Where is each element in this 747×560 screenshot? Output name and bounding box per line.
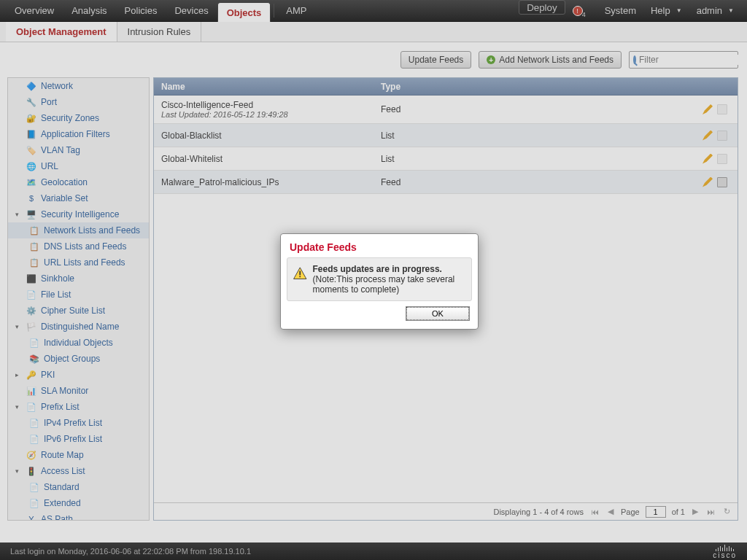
tree-icon: 📋 xyxy=(28,257,40,268)
tree-icon: 🏷️ xyxy=(26,144,37,156)
edit-icon[interactable] xyxy=(703,154,713,164)
svg-rect-1 xyxy=(299,271,301,276)
user-menu[interactable]: admin xyxy=(689,0,741,21)
pager-page-input[interactable] xyxy=(646,506,666,518)
table-row[interactable]: Cisco-Intelligence-FeedLast Updated: 201… xyxy=(154,96,738,124)
help-menu[interactable]: Help xyxy=(643,0,689,21)
tree-item-as-path[interactable]: YAS Path xyxy=(8,511,149,520)
tree-label: Individual Objects xyxy=(44,338,113,348)
tree-item-extended[interactable]: 📄Extended xyxy=(8,495,149,511)
tree-label: Variable Set xyxy=(41,193,88,203)
nav-overview[interactable]: Overview xyxy=(6,0,63,21)
tab-object-management[interactable]: Object Management xyxy=(6,22,117,42)
tree-item-vlan-tag[interactable]: 🏷️VLAN Tag xyxy=(8,142,149,158)
tree-item-standard[interactable]: 📄Standard xyxy=(8,479,149,495)
tree-item-url-lists-and-feeds[interactable]: 📋URL Lists and Feeds xyxy=(8,254,149,271)
expander-icon[interactable]: ▾ xyxy=(14,324,20,330)
tree-item-prefix-list[interactable]: ▾📄Prefix List xyxy=(8,399,149,415)
nav-amp[interactable]: AMP xyxy=(277,0,315,21)
pager-first-icon[interactable]: ⏮ xyxy=(589,508,600,516)
filter-box[interactable] xyxy=(629,51,738,69)
tree-item-application-filters[interactable]: 📘Application Filters xyxy=(8,126,149,142)
tree-item-access-list[interactable]: ▾🚦Access List xyxy=(8,463,149,479)
dialog-ok-button[interactable]: OK xyxy=(406,307,469,320)
tree-item-sla-monitor[interactable]: 📊SLA Monitor xyxy=(8,383,149,399)
tree-icon: 📄 xyxy=(26,289,37,300)
expander-icon[interactable]: ▾ xyxy=(14,468,20,475)
tree-item-security-zones[interactable]: 🔐Security Zones xyxy=(8,110,149,126)
expander-icon[interactable]: ▸ xyxy=(14,372,20,378)
pager-last-icon[interactable]: ⏭ xyxy=(705,508,716,516)
nav-analysis[interactable]: Analysis xyxy=(63,0,115,21)
pager-next-icon[interactable]: ▶ xyxy=(691,507,700,516)
nav-devices[interactable]: Devices xyxy=(166,0,217,21)
tab-intrusion-rules[interactable]: Intrusion Rules xyxy=(117,22,202,42)
tree-icon: 📋 xyxy=(28,225,40,236)
tree-item-route-map[interactable]: 🧭Route Map xyxy=(8,447,149,463)
tree-label: SLA Monitor xyxy=(41,386,88,396)
nav-objects[interactable]: Objects xyxy=(217,2,271,22)
nav-separator xyxy=(274,4,274,18)
row-subtext: Last Updated: 2016-05-12 19:49:28 xyxy=(161,110,369,119)
tree-icon: ⬛ xyxy=(26,273,37,284)
pager-of-label: of 1 xyxy=(672,508,685,516)
edit-icon[interactable] xyxy=(703,177,713,187)
tree-item-distinguished-name[interactable]: ▾🏳️Distinguished Name xyxy=(8,319,149,335)
tree-item-individual-objects[interactable]: 📄Individual Objects xyxy=(8,335,149,351)
tree-label: PKI xyxy=(41,370,55,380)
delete-icon[interactable] xyxy=(717,177,727,187)
system-menu[interactable]: System xyxy=(597,0,643,21)
tree-item-network-lists-and-feeds[interactable]: 📋Network Lists and Feeds xyxy=(8,222,149,238)
tree-icon: 🔧 xyxy=(26,96,37,108)
add-network-lists-button[interactable]: + Add Network Lists and Feeds xyxy=(479,51,622,69)
col-name[interactable]: Name xyxy=(154,82,376,92)
tree-label: Cipher Suite List xyxy=(41,306,105,316)
tree-item-cipher-suite-list[interactable]: ⚙️Cipher Suite List xyxy=(8,303,149,319)
tree-label: Network xyxy=(41,81,73,91)
deploy-button[interactable]: Deploy xyxy=(519,0,565,15)
toolbar: Update Feeds + Add Network Lists and Fee… xyxy=(400,51,738,69)
tree-item-port[interactable]: 🔧Port xyxy=(8,94,149,110)
tree-item-sinkhole[interactable]: ⬛Sinkhole xyxy=(8,271,149,287)
update-feeds-button[interactable]: Update Feeds xyxy=(400,51,471,69)
tree-item-url[interactable]: 🌐URL xyxy=(8,158,149,174)
expander-icon[interactable]: ▾ xyxy=(14,404,20,411)
row-type: Feed xyxy=(376,104,692,114)
warning-icon xyxy=(293,264,307,283)
alert-badge[interactable]: ! 4 xyxy=(565,0,597,21)
nav-policies[interactable]: Policies xyxy=(116,0,166,21)
edit-icon[interactable] xyxy=(703,104,713,114)
tree-item-ipv6-prefix-list[interactable]: 📄IPv6 Prefix List xyxy=(8,431,149,447)
last-login-text: Last login on Monday, 2016-06-06 at 22:0… xyxy=(10,547,251,556)
search-icon xyxy=(633,55,636,64)
tree-item-network[interactable]: 🔷Network xyxy=(8,78,149,94)
tree-item-variable-set[interactable]: $Variable Set xyxy=(8,190,149,206)
tree-label: Port xyxy=(41,97,57,107)
tree-label: AS Path xyxy=(41,514,73,520)
table-row[interactable]: Global-WhitelistList xyxy=(154,147,738,171)
edit-icon[interactable] xyxy=(703,131,713,141)
col-type[interactable]: Type xyxy=(376,82,692,92)
tree-label: Network Lists and Feeds xyxy=(44,225,140,236)
filter-input[interactable] xyxy=(639,55,747,65)
tree-item-object-groups[interactable]: 📚Object Groups xyxy=(8,351,149,367)
dialog-title: Update Feeds xyxy=(281,234,478,257)
pager-prev-icon[interactable]: ◀ xyxy=(606,507,615,516)
tree-icon: 📄 xyxy=(26,401,37,413)
tree-icon: 📄 xyxy=(28,337,40,349)
table-row[interactable]: Global-BlacklistList xyxy=(154,124,738,147)
tree-item-dns-lists-and-feeds[interactable]: 📋DNS Lists and Feeds xyxy=(8,238,149,254)
tree-item-ipv4-prefix-list[interactable]: 📄IPv4 Prefix List xyxy=(8,415,149,431)
tree-icon: 📊 xyxy=(26,385,37,397)
tree-label: DNS Lists and Feeds xyxy=(44,241,126,252)
row-type: List xyxy=(376,131,692,141)
object-tree[interactable]: 🔷Network 🔧Port 🔐Security Zones 📘Applicat… xyxy=(8,78,149,520)
pager-refresh-icon[interactable]: ↻ xyxy=(722,507,732,516)
table-row[interactable]: Malware_Patrol-malicious_IPsFeed xyxy=(154,171,738,194)
tree-item-file-list[interactable]: 📄File List xyxy=(8,287,149,303)
expander-icon[interactable]: ▾ xyxy=(14,211,20,218)
tree-item-security-intelligence[interactable]: ▾🖥️Security Intelligence xyxy=(8,206,149,222)
tree-item-pki[interactable]: ▸🔑PKI xyxy=(8,367,149,383)
row-name: Cisco-Intelligence-Feed xyxy=(161,100,369,110)
tree-item-geolocation[interactable]: 🗺️Geolocation xyxy=(8,174,149,190)
